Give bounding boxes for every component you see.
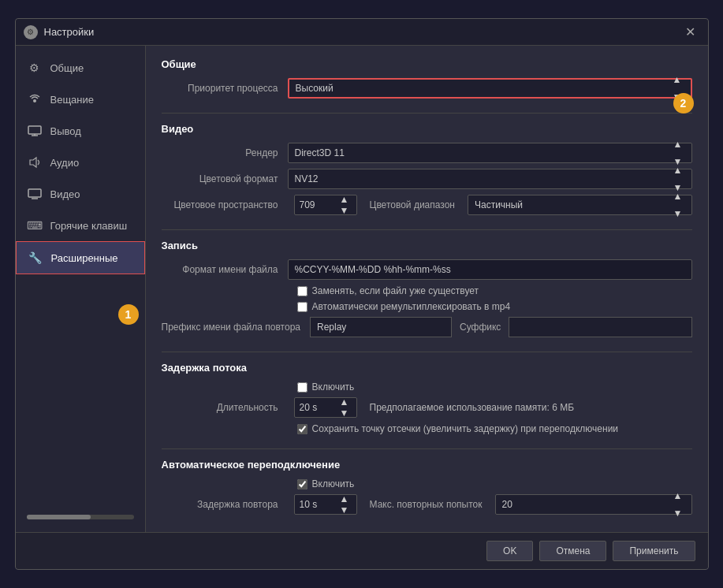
- duration-control[interactable]: 20 s ▲ ▼: [294, 397, 357, 418]
- sidebar-item-video[interactable]: Видео: [16, 178, 145, 210]
- sidebar-item-broadcast[interactable]: Вещание: [16, 84, 145, 115]
- close-button[interactable]: ✕: [680, 24, 700, 40]
- max-retries-up[interactable]: ▲: [667, 487, 689, 504]
- svg-rect-1: [28, 126, 41, 134]
- duration-value: 20 s: [295, 402, 333, 413]
- content-area: ⚙ Общие Вещание: [16, 46, 708, 532]
- filename-format-row: Формат имени файла: [162, 259, 692, 280]
- title-bar-left: ⚙ Настройки: [24, 25, 95, 39]
- color-space-down[interactable]: ▼: [335, 205, 354, 216]
- stream-delay-duration-row: Длительность 20 s ▲ ▼ Предполагаемое исп…: [162, 397, 692, 418]
- general-title: Общие: [162, 58, 692, 70]
- auto-reconnect-enable-checkbox[interactable]: [297, 479, 307, 489]
- cancel-button[interactable]: Отмена: [539, 541, 606, 561]
- apply-button[interactable]: Применить: [613, 541, 695, 561]
- render-label: Рендер: [162, 147, 288, 158]
- audio-icon: [27, 154, 43, 170]
- stream-delay-enable-row: Включить: [162, 381, 692, 393]
- sidebar-label-general: Общие: [50, 62, 84, 74]
- color-space-control[interactable]: 709 ▲ ▼: [294, 195, 357, 215]
- color-space-value: 709: [295, 199, 333, 210]
- process-priority-control[interactable]: Высокий ▲ ▼: [288, 78, 692, 99]
- filename-format-label: Формат имени файла: [162, 264, 288, 275]
- svg-point-0: [33, 99, 36, 102]
- memory-usage-text: Предполагаемое использование памяти: 6 М…: [363, 402, 575, 413]
- sidebar-label-broadcast: Вещание: [50, 94, 95, 106]
- window-icon: ⚙: [24, 25, 38, 39]
- sidebar-label-video: Видео: [50, 188, 80, 200]
- sidebar-item-general[interactable]: ⚙ Общие: [16, 52, 145, 84]
- max-retries-control[interactable]: 20 ▲ ▼: [495, 494, 692, 515]
- auto-reconnect-title: Автоматическое переподключение: [162, 459, 692, 471]
- sidebar-item-hotkeys[interactable]: ⌨ Горячие клавиш: [16, 210, 145, 241]
- sidebar: ⚙ Общие Вещание: [16, 46, 146, 532]
- record-title: Запись: [162, 240, 692, 251]
- filename-format-input[interactable]: [288, 259, 692, 280]
- process-priority-label: Приоритет процесса: [162, 83, 288, 94]
- process-priority-row: Приоритет процесса Высокий ▲ ▼: [162, 78, 692, 99]
- color-space-arrows[interactable]: ▲ ▼: [333, 194, 356, 217]
- window-title: Настройки: [44, 26, 95, 38]
- replay-prefix-input[interactable]: [310, 317, 452, 337]
- duration-down[interactable]: ▼: [335, 408, 354, 419]
- replay-prefix-row: Префикс имени файла повтора Суффикс: [162, 317, 692, 337]
- divider-4: [162, 448, 692, 449]
- priority-up-arrow[interactable]: ▲: [666, 71, 688, 88]
- wrench-icon: 🔧: [28, 250, 43, 266]
- max-retries-down[interactable]: ▼: [667, 504, 689, 522]
- color-space-up[interactable]: ▲: [335, 194, 354, 205]
- color-range-value: Частичный: [468, 196, 665, 214]
- retry-delay-row: Задержка повтора 10 s ▲ ▼ Макс. повторны…: [162, 494, 692, 515]
- render-row: Рендер Direct3D 11 ▲ ▼: [162, 143, 692, 163]
- retry-delay-value: 10 s: [295, 499, 333, 510]
- color-range-control[interactable]: Частичный ▲ ▼: [468, 195, 692, 215]
- retry-delay-up[interactable]: ▲: [335, 493, 354, 504]
- main-panel: Общие Приоритет процесса Высокий ▲ ▼ Вид…: [146, 46, 708, 532]
- sidebar-item-output[interactable]: Вывод: [16, 115, 145, 147]
- retry-delay-control[interactable]: 10 s ▲ ▼: [294, 494, 357, 515]
- scroll-thumb: [27, 515, 91, 519]
- render-control[interactable]: Direct3D 11 ▲ ▼: [288, 143, 692, 163]
- checkbox-replace-label: Заменять, если файл уже существует: [312, 285, 479, 296]
- gear-icon: ⚙: [27, 60, 43, 76]
- checkbox-remux-row: Автоматически ремультиплексировать в mp4: [162, 301, 692, 312]
- process-priority-value: Высокий: [289, 80, 664, 97]
- video-title: Видео: [162, 123, 692, 135]
- max-retries-arrows[interactable]: ▲ ▼: [665, 487, 691, 523]
- video-monitor-icon: [27, 186, 43, 202]
- color-range-up[interactable]: ▲: [667, 188, 689, 205]
- replay-suffix-input[interactable]: [509, 317, 691, 337]
- checkbox-remux[interactable]: [297, 302, 307, 312]
- color-range-arrows[interactable]: ▲ ▼: [665, 188, 691, 223]
- scroll-track: [27, 515, 134, 519]
- ok-button[interactable]: OK: [486, 541, 533, 561]
- general-section: Общие Приоритет процесса Высокий ▲ ▼: [162, 58, 692, 99]
- stream-delay-enable-checkbox[interactable]: [297, 382, 307, 393]
- color-format-label: Цветовой формат: [162, 173, 288, 184]
- retry-delay-arrows[interactable]: ▲ ▼: [333, 493, 356, 516]
- checkbox-replace-row: Заменять, если файл уже существует: [162, 285, 692, 296]
- sidebar-scrollbar: [16, 508, 145, 526]
- max-retries-value: 20: [496, 496, 665, 513]
- sidebar-label-hotkeys: Горячие клавиш: [50, 220, 128, 232]
- keyboard-icon: ⌨: [27, 218, 43, 233]
- color-format-up-arrow[interactable]: ▲: [667, 162, 689, 179]
- duration-label: Длительность: [162, 402, 288, 413]
- divider-3: [162, 352, 692, 352]
- broadcast-icon: [27, 91, 43, 107]
- color-format-control[interactable]: NV12 ▲ ▼: [288, 169, 692, 189]
- duration-up[interactable]: ▲: [335, 396, 354, 408]
- checkbox-replace[interactable]: [297, 286, 307, 296]
- svg-marker-4: [30, 158, 36, 167]
- save-cutoff-checkbox[interactable]: [297, 424, 307, 434]
- auto-reconnect-enable-row: Включить: [162, 478, 692, 489]
- sidebar-item-advanced[interactable]: 🔧 Расширенные: [16, 241, 145, 274]
- render-up-arrow[interactable]: ▲: [667, 136, 689, 153]
- footer: OK Отмена Применить: [16, 532, 708, 569]
- retry-delay-down[interactable]: ▼: [335, 504, 354, 515]
- duration-arrows[interactable]: ▲ ▼: [333, 396, 356, 419]
- replay-suffix-label: Суффикс: [452, 322, 509, 333]
- record-section: Запись Формат имени файла Заменять, если…: [162, 240, 692, 337]
- sidebar-item-audio[interactable]: Аудио: [16, 147, 145, 178]
- color-range-down[interactable]: ▼: [667, 205, 689, 222]
